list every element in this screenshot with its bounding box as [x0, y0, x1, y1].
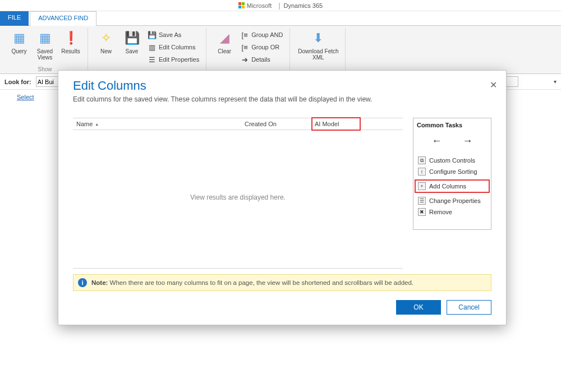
info-icon: i — [78, 278, 87, 287]
properties-icon: ☰ — [418, 197, 426, 205]
note-text: Note: When there are too many columns to… — [91, 279, 413, 286]
ok-button[interactable]: OK — [396, 300, 441, 315]
column-header-label: Created On — [245, 121, 277, 127]
sort-asc-icon: ▲ — [95, 122, 99, 126]
dialog-title: Edit Columns — [73, 79, 491, 93]
column-header-name[interactable]: Name ▲ — [73, 118, 241, 130]
task-custom-controls[interactable]: ⧉ Custom Controls — [417, 155, 488, 166]
dialog-header: Edit Columns Edit columns for the saved … — [58, 71, 506, 107]
column-header-ai-model[interactable]: AI Model — [311, 117, 361, 131]
note-bar: i Note: When there are too many columns … — [73, 274, 491, 291]
column-header-created-on[interactable]: Created On — [241, 118, 311, 130]
edit-columns-dialog: ✕ Edit Columns Edit columns for the save… — [58, 70, 507, 325]
task-label: Remove — [429, 209, 452, 215]
sorting-icon: ↕ — [418, 168, 426, 176]
add-columns-icon: + — [418, 182, 426, 190]
column-header-label: Name — [76, 121, 93, 127]
remove-icon: ✖ — [418, 208, 426, 216]
columns-area: Name ▲ Created On AI Model View results … — [73, 118, 403, 269]
move-right-button[interactable]: → — [463, 135, 473, 147]
dialog-footer: OK Cancel — [58, 291, 506, 325]
note-label: Note: — [91, 279, 108, 286]
task-label: Add Columns — [429, 183, 466, 190]
task-add-columns-highlight: + Add Columns — [415, 179, 490, 193]
task-change-properties[interactable]: ☰ Change Properties — [417, 195, 488, 206]
results-placeholder: View results are displayed here. — [73, 130, 403, 265]
common-tasks-panel: Common Tasks ← → ⧉ Custom Controls ↕ Con… — [413, 118, 491, 230]
divider — [73, 268, 403, 269]
task-configure-sorting[interactable]: ↕ Configure Sorting — [417, 166, 488, 177]
note-body: When there are too many columns to fit o… — [110, 279, 413, 286]
move-arrows-row: ← → — [417, 128, 488, 155]
task-remove[interactable]: ✖ Remove — [417, 206, 488, 218]
task-label: Custom Controls — [429, 157, 475, 164]
cancel-button[interactable]: Cancel — [447, 300, 491, 315]
close-icon[interactable]: ✕ — [490, 80, 497, 90]
dialog-subtitle: Edit columns for the saved view. These c… — [73, 95, 491, 103]
task-label: Change Properties — [429, 197, 481, 204]
controls-icon: ⧉ — [418, 156, 426, 164]
column-header-label: AI Model — [315, 121, 339, 127]
move-left-button[interactable]: ← — [432, 135, 442, 147]
common-tasks-title: Common Tasks — [417, 122, 488, 128]
columns-header-row: Name ▲ Created On AI Model — [73, 118, 403, 130]
task-label: Configure Sorting — [429, 168, 477, 175]
dialog-body: Name ▲ Created On AI Model View results … — [58, 107, 506, 269]
task-add-columns[interactable]: + Add Columns — [417, 182, 488, 191]
